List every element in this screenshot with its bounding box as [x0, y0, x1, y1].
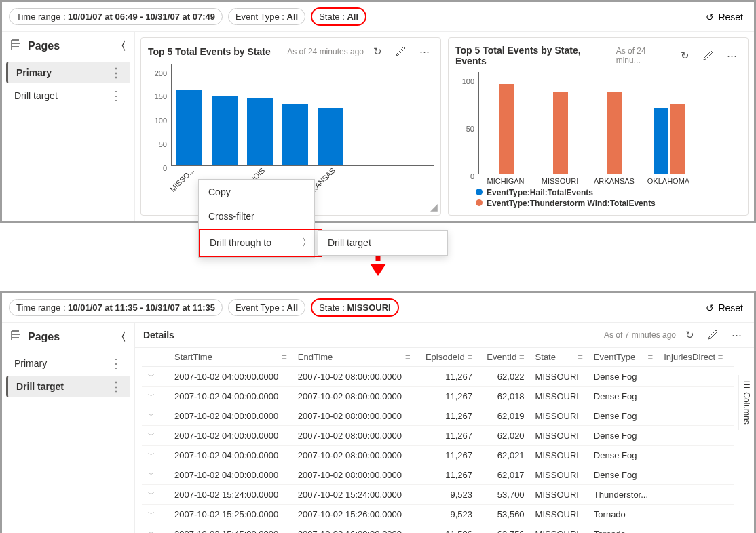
filter-bar: Time range : 10/01/07 at 06:49 - 10/31/0…: [2, 2, 754, 32]
reset-button[interactable]: ↺ Reset: [702, 11, 747, 23]
table-header[interactable]: InjuriesDirect ≡: [658, 348, 734, 367]
row-expand-icon[interactable]: 〉: [146, 472, 155, 479]
row-expand-icon[interactable]: 〉: [146, 413, 155, 420]
details-title: Details: [143, 330, 174, 340]
chart-asof: As of 24 minutes ago: [287, 47, 364, 56]
cell-starttime: 2007-10-02 04:00:00.0000: [169, 426, 292, 446]
cell-eventtype: Dense Fog: [588, 465, 658, 485]
row-expand-icon[interactable]: 〉: [146, 452, 155, 459]
table-header[interactable]: EndTime≡: [292, 348, 416, 367]
details-asof: As of 7 minutes ago: [604, 330, 676, 340]
cell-eventid: 53,700: [478, 485, 530, 505]
table-header[interactable]: EpisodeId ≡: [416, 348, 478, 367]
page-item-primary[interactable]: Primary ⋮: [6, 353, 130, 374]
details-more-button[interactable]: ⋯: [727, 328, 746, 342]
cell-endtime: 2007-10-02 08:00:00.0000: [292, 367, 416, 387]
table-header[interactable]: StartTime≡: [169, 348, 292, 367]
table-header[interactable]: EventId ≡: [478, 348, 530, 367]
page-item-menu-icon[interactable]: ⋮: [110, 69, 122, 76]
table-header[interactable]: EventType≡: [588, 348, 658, 367]
row-expand-icon[interactable]: 〉: [146, 511, 155, 518]
filter-state-value: MISSOURI: [347, 302, 390, 313]
filter-state[interactable]: State : MISSOURI: [311, 298, 399, 317]
bar[interactable]: [212, 96, 238, 166]
chart-more-button[interactable]: ⋯: [415, 45, 434, 58]
page-item-menu-icon[interactable]: ⋮: [110, 92, 122, 99]
cell-endtime: 2007-10-02 15:26:00.0000: [292, 505, 416, 524]
context-drill-target[interactable]: Drill target: [318, 231, 447, 255]
pages-header: Pages 〈: [2, 32, 134, 60]
cell-eventtype: Tornado: [588, 505, 658, 524]
chart-refresh-button[interactable]: ↻: [369, 45, 386, 58]
context-label: Copy: [208, 186, 231, 197]
table-row[interactable]: 〉2007-10-02 04:00:00.00002007-10-02 08:0…: [142, 446, 734, 465]
row-expand-icon[interactable]: 〉: [146, 374, 155, 380]
chart-body[interactable]: 200 150 100 50 0 MISSO...: [148, 64, 434, 200]
details-edit-button[interactable]: [704, 328, 722, 342]
page-item-drill-target[interactable]: Drill target ⋮: [6, 85, 130, 106]
table-row[interactable]: 〉2007-10-02 04:00:00.00002007-10-02 08:0…: [142, 406, 734, 426]
table-row[interactable]: 〉2007-10-02 15:24:00.00002007-10-02 15:2…: [142, 485, 734, 505]
bar[interactable]: [553, 92, 568, 174]
ytick: 100: [148, 117, 167, 125]
filter-time-range[interactable]: Time range : 10/01/07 at 06:49 - 10/31/0…: [9, 8, 223, 25]
page-item-menu-icon[interactable]: ⋮: [110, 383, 122, 390]
bar-chart: [478, 72, 741, 174]
filter-state[interactable]: State : All: [311, 7, 366, 26]
table-header[interactable]: State≡: [530, 348, 588, 367]
bar[interactable]: [670, 104, 685, 174]
columns-toggle[interactable]: ☰ Columns: [738, 375, 754, 430]
cell-eventid: 62,017: [478, 465, 530, 485]
row-expand-icon[interactable]: 〉: [146, 393, 155, 400]
filter-time-value: 10/01/07 at 11:35 - 10/31/07 at 11:35: [68, 302, 215, 313]
ytick: 0: [148, 164, 167, 172]
chart-body[interactable]: 100 50 0 MICHIGAN MISSOURI ARKANSAS OKLA…: [455, 72, 741, 208]
bar[interactable]: [176, 90, 202, 166]
page-item-drill-target[interactable]: Drill target ⋮: [6, 376, 130, 397]
row-expand-icon[interactable]: 〉: [146, 433, 155, 439]
page-item-menu-icon[interactable]: ⋮: [110, 360, 122, 367]
reset-icon: ↺: [706, 12, 714, 22]
bar[interactable]: [247, 98, 273, 165]
cell-episodeid: 11,267: [416, 465, 478, 485]
resize-handle-icon[interactable]: ◢: [430, 201, 438, 212]
bar[interactable]: [282, 104, 308, 165]
table-row[interactable]: 〉2007-10-02 04:00:00.00002007-10-02 08:0…: [142, 465, 734, 485]
page-item-primary[interactable]: Primary ⋮: [6, 62, 130, 83]
filter-state-value: All: [347, 12, 358, 22]
table-row[interactable]: 〉2007-10-02 15:45:00.00002007-10-02 16:0…: [142, 524, 734, 534]
cell-starttime: 2007-10-02 04:00:00.0000: [169, 446, 292, 465]
context-copy[interactable]: Copy: [199, 180, 320, 204]
bar[interactable]: [607, 92, 622, 174]
filter-event-type[interactable]: Event Type : All: [228, 299, 305, 316]
details-refresh-button[interactable]: ↻: [681, 328, 698, 342]
row-expand-icon[interactable]: 〉: [146, 492, 155, 498]
page-item-label: Drill target: [16, 381, 64, 392]
bar[interactable]: [654, 108, 668, 174]
cell-eventid: 62,019: [478, 406, 530, 426]
table-row[interactable]: 〉2007-10-02 15:25:00.00002007-10-02 15:2…: [142, 505, 734, 524]
bar[interactable]: [318, 108, 343, 166]
ytick: 200: [148, 69, 167, 77]
cell-eventid: 62,021: [478, 446, 530, 465]
pages-collapse-icon[interactable]: 〈: [115, 39, 126, 54]
chart-legend: EventType:Hail:TotalEvents EventType:Thu…: [476, 188, 741, 208]
reset-button[interactable]: ↺ Reset: [702, 302, 747, 314]
cell-starttime: 2007-10-02 15:45:00.0000: [169, 524, 292, 534]
context-crossfilter[interactable]: Cross-filter: [199, 204, 320, 229]
header-label: InjuriesDirect: [664, 352, 715, 362]
chart-more-button[interactable]: ⋯: [723, 49, 741, 62]
cell-episodeid: 11,267: [416, 367, 478, 387]
pages-collapse-icon[interactable]: 〈: [115, 330, 126, 344]
context-drillthrough[interactable]: Drill through to 〉: [199, 229, 322, 257]
table-row[interactable]: 〉2007-10-02 04:00:00.00002007-10-02 08:0…: [142, 426, 734, 446]
details-table-wrapper: StartTime≡ EndTime≡ EpisodeId ≡ EventId …: [135, 348, 754, 533]
chart-refresh-button[interactable]: ↻: [677, 49, 694, 62]
table-row[interactable]: 〉2007-10-02 04:00:00.00002007-10-02 08:0…: [142, 387, 734, 406]
filter-event-type[interactable]: Event Type : All: [228, 8, 305, 25]
chart-edit-button[interactable]: [392, 45, 410, 58]
filter-time-range[interactable]: Time range : 10/01/07 at 11:35 - 10/31/0…: [9, 299, 223, 316]
bar[interactable]: [499, 84, 514, 174]
table-row[interactable]: 〉2007-10-02 04:00:00.00002007-10-02 08:0…: [142, 367, 734, 387]
chart-edit-button[interactable]: [699, 49, 717, 62]
